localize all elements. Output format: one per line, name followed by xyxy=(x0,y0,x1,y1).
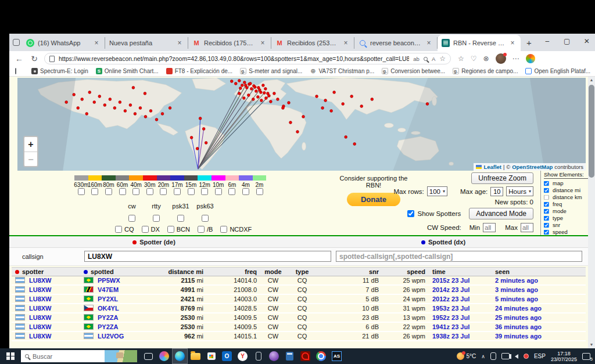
show-element-checkbox[interactable] xyxy=(544,195,549,200)
taskbar-app-icon[interactable] xyxy=(188,348,203,364)
taskbar-search[interactable]: Buscar xyxy=(21,350,137,362)
refresh-icon[interactable]: ↻ xyxy=(29,54,40,63)
taskbar-app-icon[interactable] xyxy=(172,348,188,364)
bookmarks-panel-icon[interactable] xyxy=(15,68,16,74)
more-menu-icon[interactable]: ⋯ xyxy=(512,55,519,63)
max-rows-select[interactable]: 100▾ xyxy=(427,186,447,196)
web-capture-icon[interactable]: ⊗ xyxy=(483,55,489,63)
collections-icon[interactable]: ♡ xyxy=(471,55,477,63)
map-zoom-out-button[interactable]: − xyxy=(24,152,37,166)
spotted-callsign-input[interactable] xyxy=(336,251,582,262)
type-checkbox[interactable] xyxy=(115,226,122,233)
unfreeze-zoom-button[interactable]: Unfreeze Zoom xyxy=(471,172,533,184)
spotted-callsign-link[interactable]: PP5WX xyxy=(98,277,120,284)
address-bar[interactable]: https://www.reversebeacon.net/main.php?z… xyxy=(44,53,451,64)
tab-close-icon[interactable]: × xyxy=(342,39,350,47)
taskbar-app-icon[interactable] xyxy=(282,348,298,364)
taskbar-app-icon[interactable] xyxy=(156,348,172,364)
bookmark-item[interactable]: Spectrum-E: Login xyxy=(31,68,88,74)
tab-close-icon[interactable]: × xyxy=(508,39,517,47)
profile-avatar[interactable] xyxy=(496,53,506,64)
band-checkbox[interactable] xyxy=(146,188,153,195)
spotted-callsign-link[interactable]: PY2ZA xyxy=(98,323,118,330)
tab-close-icon[interactable]: × xyxy=(259,39,267,47)
band-checkbox[interactable] xyxy=(256,188,263,195)
seen-link[interactable]: 24 minutes ago xyxy=(495,305,542,312)
copilot-icon[interactable] xyxy=(526,54,535,63)
band-checkbox[interactable] xyxy=(201,188,208,195)
time-link[interactable]: 2015z 23 Jul xyxy=(432,277,469,284)
taskbar-app-icon[interactable] xyxy=(203,348,219,364)
browser-tab[interactable]: M Recibidos (253) - lu8xw2017 × xyxy=(271,37,354,49)
weather-widget[interactable]: 5°C xyxy=(457,352,476,360)
tray-expand-icon[interactable]: ∧ xyxy=(481,354,485,359)
back-icon[interactable]: ← xyxy=(14,54,24,63)
network-tray-icon[interactable] xyxy=(501,353,510,359)
leaflet-link[interactable]: Leaflet xyxy=(483,164,501,170)
spotted-callsign-link[interactable]: PY2XL xyxy=(98,295,118,302)
spotter-callsign-input[interactable] xyxy=(84,251,331,262)
bookmark-item[interactable]: g. Conversion betwee... xyxy=(382,68,445,74)
spotter-callsign-link[interactable]: LU8XW xyxy=(29,305,52,312)
mode-checkbox[interactable] xyxy=(128,215,135,222)
window-minimize-button[interactable]: – xyxy=(537,34,557,49)
taskbar-app-icon[interactable]: O xyxy=(219,348,235,364)
mode-checkbox[interactable] xyxy=(153,215,160,222)
scrollbar-up-icon[interactable]: ▲ xyxy=(588,77,595,84)
seen-link[interactable]: 3 minutes ago xyxy=(495,286,538,293)
band-checkbox[interactable] xyxy=(91,188,98,195)
spotter-callsign-link[interactable]: LU8XW xyxy=(29,295,52,302)
type-checkbox[interactable] xyxy=(167,226,174,233)
spotted-callsign-link[interactable]: V47EM xyxy=(98,286,119,293)
translate-icon[interactable]: ab xyxy=(413,56,420,62)
cw-speed-max-input[interactable] xyxy=(521,223,533,232)
taskbar-app-icon[interactable] xyxy=(313,348,329,364)
window-maximize-button[interactable]: ▢ xyxy=(557,34,577,49)
time-link[interactable]: 1941z 23 Jul xyxy=(432,323,469,330)
time-link[interactable]: 1952z 23 Jul xyxy=(432,314,469,321)
time-link[interactable]: 2014z 23 Jul xyxy=(432,286,469,293)
time-link[interactable]: 1938z 23 Jul xyxy=(432,333,469,340)
tab-close-icon[interactable]: × xyxy=(175,39,184,47)
spotter-callsign-link[interactable]: LU8XW xyxy=(29,286,52,293)
spotter-callsign-link[interactable]: LU8XW xyxy=(29,314,52,321)
cw-speed-min-input[interactable] xyxy=(483,223,496,232)
browser-tab[interactable]: reverse beacon network - B × xyxy=(354,37,438,49)
taskbar-app-icon[interactable]: AS xyxy=(329,348,345,364)
seen-link[interactable]: 25 minutes ago xyxy=(495,314,542,321)
new-tab-button[interactable]: + xyxy=(521,38,537,48)
band-checkbox[interactable] xyxy=(215,188,222,195)
recording-tray-icon[interactable] xyxy=(524,354,529,359)
show-element-checkbox[interactable] xyxy=(544,202,549,207)
browser-tab[interactable]: M Recibidos (175) - miguelang × xyxy=(188,37,271,49)
seen-link[interactable]: 36 minutes ago xyxy=(495,323,542,330)
bookmark-item[interactable]: g. Regiones de campo... xyxy=(453,68,518,74)
read-aloud-icon[interactable]: A xyxy=(432,56,435,62)
window-close-button[interactable]: ✕ xyxy=(577,34,595,49)
show-element-checkbox[interactable] xyxy=(544,188,549,193)
osm-link[interactable]: OpenStreetMap xyxy=(512,164,553,170)
seen-link[interactable]: 2 minutes ago xyxy=(495,277,538,284)
favorites-icon[interactable]: ☆ xyxy=(458,55,464,63)
taskbar-clock[interactable]: 17:18 23/07/2025 xyxy=(551,351,577,362)
scrollbar-thumb[interactable] xyxy=(589,85,594,178)
band-checkbox[interactable] xyxy=(105,188,112,195)
tab-close-icon[interactable]: × xyxy=(92,39,101,47)
band-checkbox[interactable] xyxy=(228,188,235,195)
show-element-checkbox[interactable] xyxy=(544,223,549,228)
tab-close-icon[interactable]: × xyxy=(425,39,433,47)
taskbar-app-icon[interactable] xyxy=(266,348,282,364)
band-checkbox[interactable] xyxy=(242,188,249,195)
spotter-callsign-link[interactable]: LU8XW xyxy=(29,323,52,330)
notifications-icon[interactable]: 5 xyxy=(582,353,590,360)
time-link[interactable]: 1953z 23 Jul xyxy=(432,305,469,312)
zoom-page-icon[interactable] xyxy=(424,56,428,62)
max-age-unit-select[interactable]: Hours▾ xyxy=(506,186,533,196)
search-highlight-image[interactable] xyxy=(105,350,137,362)
time-link[interactable]: 2012z 23 Jul xyxy=(432,295,469,302)
max-age-input[interactable] xyxy=(490,187,503,196)
show-spotters-checkbox[interactable] xyxy=(407,210,414,217)
language-indicator[interactable]: ESP xyxy=(534,353,546,359)
taskbar-app-icon[interactable] xyxy=(141,348,156,364)
spotted-callsign-link[interactable]: LU2VOG xyxy=(98,333,124,340)
